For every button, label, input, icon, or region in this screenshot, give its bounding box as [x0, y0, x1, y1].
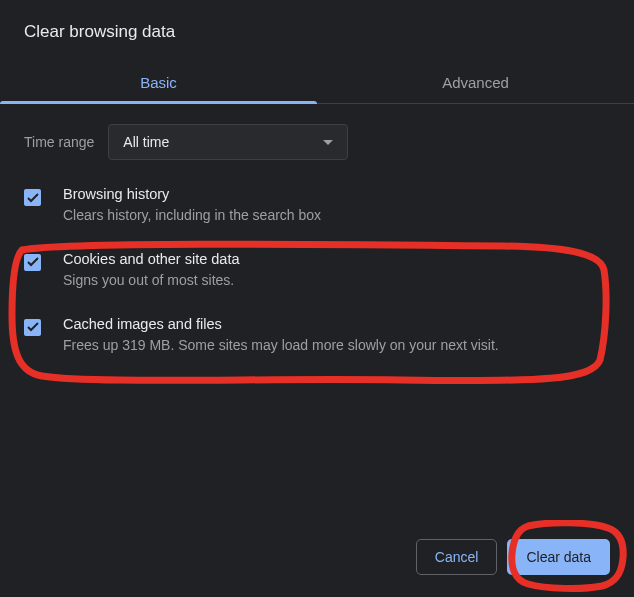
option-cache: Cached images and files Frees up 319 MB.…: [24, 316, 610, 355]
option-cookies: Cookies and other site data Signs you ou…: [24, 251, 610, 290]
dialog-footer: Cancel Clear data: [416, 539, 610, 575]
option-title: Cookies and other site data: [63, 251, 240, 267]
tab-basic[interactable]: Basic: [0, 60, 317, 103]
cancel-button[interactable]: Cancel: [416, 539, 498, 575]
option-title: Browsing history: [63, 186, 321, 202]
chevron-down-icon: [323, 140, 333, 145]
tab-advanced[interactable]: Advanced: [317, 60, 634, 103]
option-desc: Clears history, including in the search …: [63, 206, 321, 225]
option-desc: Signs you out of most sites.: [63, 271, 240, 290]
option-text: Cached images and files Frees up 319 MB.…: [63, 316, 499, 355]
checkmark-icon: [27, 193, 39, 203]
checkbox-cache[interactable]: [24, 319, 41, 336]
dialog-title: Clear browsing data: [0, 0, 634, 42]
checkmark-icon: [27, 257, 39, 267]
option-text: Browsing history Clears history, includi…: [63, 186, 321, 225]
checkbox-cookies[interactable]: [24, 254, 41, 271]
option-text: Cookies and other site data Signs you ou…: [63, 251, 240, 290]
dialog-body: Time range All time Browsing history Cle…: [0, 104, 634, 355]
time-range-row: Time range All time: [24, 124, 610, 160]
checkbox-browsing-history[interactable]: [24, 189, 41, 206]
time-range-value: All time: [123, 134, 169, 150]
clear-data-button[interactable]: Clear data: [507, 539, 610, 575]
option-title: Cached images and files: [63, 316, 499, 332]
checkmark-icon: [27, 322, 39, 332]
tabs: Basic Advanced: [0, 60, 634, 104]
time-range-label: Time range: [24, 134, 94, 150]
time-range-select[interactable]: All time: [108, 124, 348, 160]
option-browsing-history: Browsing history Clears history, includi…: [24, 186, 610, 225]
option-desc: Frees up 319 MB. Some sites may load mor…: [63, 336, 499, 355]
